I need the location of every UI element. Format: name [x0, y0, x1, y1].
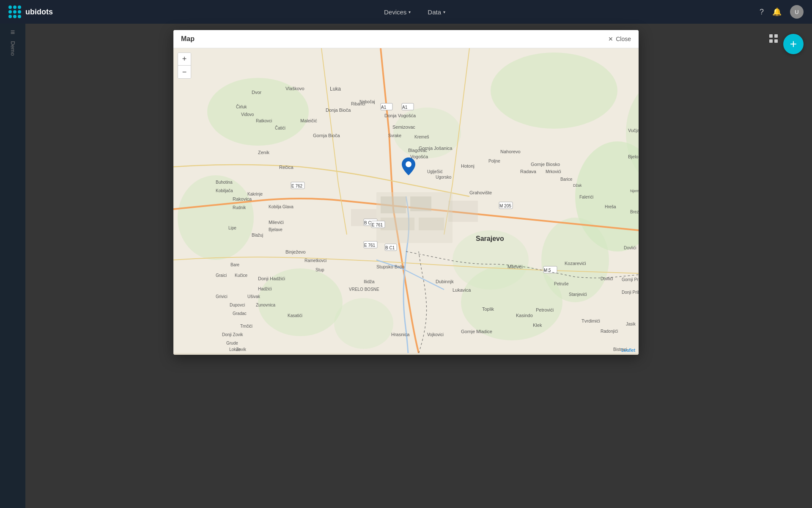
svg-text:Trnčići: Trnčići [240, 324, 252, 329]
svg-text:Mrkovići: Mrkovići [546, 169, 561, 174]
map-controls: + − [178, 52, 191, 79]
zoom-in-button[interactable]: + [178, 53, 191, 66]
zoom-out-button[interactable]: − [178, 66, 191, 78]
svg-text:Nahorevo: Nahorevo [500, 149, 521, 154]
svg-text:Kobiljača: Kobiljača [216, 188, 233, 193]
svg-rect-22 [448, 201, 478, 222]
svg-text:Maleičić: Maleičić [300, 118, 317, 123]
modal-overlay[interactable]: Map ✕ Close [0, 24, 812, 508]
svg-text:Lukavica: Lukavica [453, 287, 471, 293]
svg-text:Brezov: Brezov [630, 210, 639, 214]
svg-text:Gornja Bioča: Gornja Bioča [313, 133, 340, 138]
svg-text:Čatići: Čatići [275, 125, 285, 130]
svg-rect-0 [769, 34, 773, 38]
svg-text:VRELO BOSNE: VRELO BOSNE [349, 287, 379, 292]
svg-text:Vlaškovo: Vlaškovo [285, 86, 304, 91]
svg-rect-20 [419, 218, 444, 230]
navbar: ubidots Devices ▾ Data ▾ ? 🔔 U [0, 0, 812, 24]
help-button[interactable]: ? [760, 8, 764, 17]
pin-icon [402, 157, 415, 175]
svg-text:Petrovići: Petrovići [536, 307, 554, 312]
map-modal-title: Map [181, 35, 195, 43]
svg-text:Е 761: Е 761 [364, 243, 376, 248]
svg-text:Hotonj: Hotonj [461, 163, 475, 168]
svg-text:Barice: Barice [560, 177, 573, 182]
add-button[interactable]: + [783, 34, 804, 54]
svg-text:В С1: В С1 [385, 246, 395, 250]
svg-text:Gornja Jošanica: Gornja Jošanica [419, 146, 453, 151]
brand-name: ubidots [25, 8, 53, 17]
brand[interactable]: ubidots [8, 6, 53, 18]
svg-rect-3 [774, 39, 778, 43]
svg-text:Gornje Biosko: Gornje Biosko [531, 162, 560, 167]
svg-text:Gradac: Gradac [233, 311, 247, 316]
svg-text:Dupovci: Dupovci [230, 303, 245, 307]
grid-view-button[interactable] [769, 34, 778, 45]
svg-text:Petruše: Petruše [554, 282, 569, 286]
svg-point-8 [178, 175, 254, 260]
svg-rect-18 [410, 196, 431, 211]
svg-text:Stupsko Brdo: Stupsko Brdo [376, 264, 404, 269]
svg-text:Bjelave: Bjelave [269, 227, 283, 232]
svg-text:Klek: Klek [533, 323, 542, 328]
svg-text:Buhotina: Buhotina [216, 180, 233, 185]
help-icon: ? [760, 8, 764, 16]
map-pin [402, 157, 415, 177]
avatar[interactable]: U [790, 5, 804, 19]
svg-point-14 [334, 298, 393, 349]
svg-text:Milevići: Milevići [508, 264, 523, 269]
svg-text:Donji Pribanj: Donji Pribanj [622, 290, 639, 295]
svg-text:Vojkovici: Vojkovici [427, 332, 444, 337]
leaflet-attribution[interactable]: Leaflet [621, 348, 635, 353]
svg-text:Radava: Radava [520, 169, 537, 174]
svg-rect-19 [381, 218, 414, 230]
svg-text:Kasatići: Kasatići [288, 313, 302, 318]
svg-text:Dvor: Dvor [252, 90, 262, 95]
svg-text:А1: А1 [402, 105, 408, 110]
nav-data[interactable]: Data ▾ [428, 8, 445, 16]
navbar-center: Devices ▾ Data ▾ [70, 8, 760, 16]
nav-data-label: Data [428, 8, 441, 16]
svg-point-6 [491, 52, 617, 129]
svg-text:Ušivak: Ušivak [247, 294, 261, 299]
svg-text:Njemanica: Njemanica [630, 189, 639, 193]
svg-text:Kakrinje: Kakrinje [247, 192, 263, 196]
svg-text:Ratkovci: Ratkovci [256, 119, 272, 123]
svg-text:M 205: M 205 [499, 204, 511, 208]
nav-data-arrow: ▾ [443, 10, 445, 14]
grid-icon [769, 34, 778, 43]
svg-text:Radonjići: Radonjići [601, 329, 618, 334]
svg-text:Toplik: Toplik [482, 306, 494, 312]
svg-text:Kučice: Kučice [235, 273, 247, 278]
svg-text:Donja Bioča: Donja Bioča [326, 108, 351, 113]
svg-text:Blažuj: Blažuj [252, 233, 263, 237]
svg-text:Е 761: Е 761 [372, 223, 383, 227]
map-svg: Dvor Čirluk Vlaškovo Luka Nebočaj Donja … [173, 48, 639, 353]
svg-rect-2 [769, 39, 773, 43]
svg-text:Donja Vogošća: Donja Vogošća [384, 113, 416, 118]
svg-text:Dubinnjk: Dubinnjk [436, 279, 454, 284]
bell-icon: 🔔 [772, 8, 782, 16]
svg-text:Vučja Luka: Vučja Luka [628, 128, 639, 133]
svg-text:Gornje Mladice: Gornje Mladice [461, 329, 492, 334]
map-modal: Map ✕ Close [173, 30, 639, 355]
svg-text:Donji Zovik: Donji Zovik [222, 332, 243, 337]
add-icon: + [790, 37, 797, 51]
svg-text:Gornji Pribanj: Gornji Pribanj [622, 277, 639, 282]
svg-text:Falетići: Falетići [579, 195, 593, 199]
svg-text:Ilidža: Ilidža [364, 279, 375, 284]
svg-text:Svrakе: Svrakе [388, 133, 402, 138]
svg-text:Stanjevići: Stanjevići [569, 292, 587, 297]
svg-text:Hreša: Hreša [605, 204, 616, 209]
notifications-button[interactable]: 🔔 [772, 7, 782, 17]
svg-text:Semizovac: Semizovac [392, 124, 415, 130]
attribution-text: Leaflet [621, 348, 635, 353]
close-label: Close [616, 36, 631, 42]
navbar-right: ? 🔔 U [760, 5, 804, 19]
svg-text:Kobilja Glava: Kobilja Glava [269, 204, 294, 209]
map-close-button[interactable]: ✕ Close [608, 36, 631, 42]
svg-point-149 [406, 161, 411, 167]
nav-devices[interactable]: Devices ▾ [384, 8, 411, 16]
svg-text:Rudnik: Rudnik [233, 205, 246, 210]
svg-text:Dovlići: Dovlići [624, 246, 636, 250]
